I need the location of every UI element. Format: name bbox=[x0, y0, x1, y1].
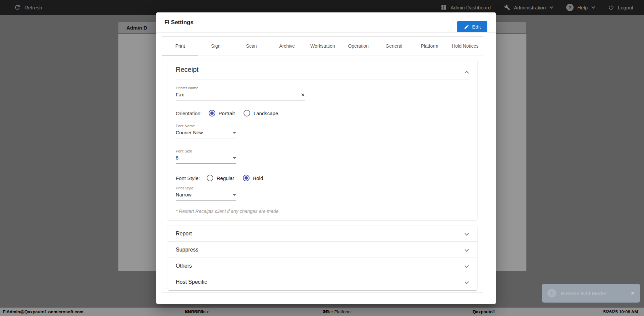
tab-general[interactable]: General bbox=[376, 37, 412, 55]
chevron-down-icon bbox=[465, 280, 469, 284]
tab-label: Operation bbox=[348, 43, 368, 49]
tab-platform[interactable]: Platform bbox=[412, 37, 447, 55]
receipt-panel-header[interactable]: Receipt bbox=[168, 60, 477, 80]
tab-label: Hold Notices bbox=[452, 43, 478, 49]
dropdown-caret-icon bbox=[233, 157, 236, 159]
dialog-header: FI Settings Edit bbox=[156, 12, 496, 33]
tab-label: Workstation bbox=[310, 43, 335, 49]
chevron-down-icon bbox=[465, 247, 469, 252]
tab-label: Scan bbox=[246, 43, 257, 49]
printer-name-value: Fax bbox=[176, 92, 184, 97]
tab-scan[interactable]: Scan bbox=[233, 37, 269, 55]
tab-label: Archive bbox=[279, 43, 295, 49]
tab-label: Print bbox=[175, 43, 185, 49]
portrait-label: Portrait bbox=[219, 110, 235, 116]
printer-name-input[interactable]: Fax ✕ bbox=[176, 92, 305, 100]
font-size-value: 8 bbox=[176, 155, 178, 161]
orientation-landscape-option[interactable]: Landscape bbox=[244, 110, 278, 117]
host-specific-panel-header[interactable]: Host Specific bbox=[168, 274, 477, 290]
receipt-panel-title: Receipt bbox=[176, 66, 199, 74]
edit-button[interactable]: Edit bbox=[457, 21, 487, 32]
others-panel-header[interactable]: Others bbox=[168, 258, 477, 274]
receipt-panel: Receipt Printer Name Fax ✕ Orientation: bbox=[168, 60, 477, 220]
bold-label: Bold bbox=[253, 175, 263, 181]
screen: Refresh Admin Dashboard Administration ?… bbox=[0, 0, 644, 316]
tab-label: Sign bbox=[211, 43, 220, 49]
tab-label: Platform bbox=[421, 43, 438, 49]
font-name-field: Font Name Courier New bbox=[176, 124, 236, 138]
font-style-regular-option[interactable]: Regular bbox=[207, 175, 234, 181]
receipt-panel-body: Printer Name Fax ✕ Orientation: Portrait bbox=[168, 80, 477, 220]
tab-archive[interactable]: Archive bbox=[269, 37, 305, 55]
chevron-up-icon bbox=[465, 71, 469, 75]
radio-selected-icon bbox=[243, 175, 250, 181]
toast-notification: i Entered Edit Mode! ✕ bbox=[542, 284, 640, 303]
font-name-select[interactable]: Courier New bbox=[176, 130, 236, 138]
print-style-field: Print Style Narrow bbox=[176, 186, 236, 200]
chevron-down-icon bbox=[465, 264, 469, 268]
edit-button-label: Edit bbox=[472, 24, 481, 30]
dropdown-caret-icon bbox=[233, 132, 236, 134]
fi-settings-dialog: FI Settings Edit Print Sign Scan Archive… bbox=[156, 12, 496, 304]
tab-workstation[interactable]: Workstation bbox=[305, 37, 340, 55]
suppress-panel-title: Suppress bbox=[176, 247, 199, 253]
restart-note: * Restart Receipts client if any changes… bbox=[176, 209, 469, 214]
font-name-value: Courier New bbox=[176, 130, 203, 135]
font-size-label: Font Size bbox=[176, 149, 236, 153]
pencil-icon bbox=[464, 24, 469, 30]
host-specific-panel-title: Host Specific bbox=[176, 279, 207, 285]
print-style-select[interactable]: Narrow bbox=[176, 192, 236, 200]
others-panel-title: Others bbox=[176, 263, 192, 269]
font-style-label: Font Style: bbox=[176, 175, 200, 181]
font-style-row: Font Style: Regular Bold bbox=[176, 175, 469, 181]
orientation-label: Orientation: bbox=[176, 110, 202, 116]
print-style-value: Narrow bbox=[176, 192, 192, 197]
radio-unselected-icon bbox=[207, 175, 213, 181]
info-icon: i bbox=[547, 289, 556, 298]
radio-selected-icon bbox=[209, 110, 215, 117]
orientation-row: Orientation: Portrait Landscape bbox=[176, 110, 469, 117]
suppress-panel-header[interactable]: Suppress bbox=[168, 242, 477, 258]
active-tab-ink-bar bbox=[162, 55, 198, 55]
font-style-bold-option[interactable]: Bold bbox=[243, 175, 263, 181]
font-size-select[interactable]: 8 bbox=[176, 155, 236, 164]
tab-print[interactable]: Print bbox=[162, 37, 198, 55]
regular-label: Regular bbox=[217, 175, 234, 181]
toast-message: Entered Edit Mode! bbox=[561, 290, 607, 296]
font-name-label: Font Name bbox=[176, 124, 236, 128]
printer-name-field: Printer Name Fax ✕ bbox=[176, 86, 305, 100]
dropdown-caret-icon bbox=[233, 194, 236, 196]
tab-label: General bbox=[386, 43, 402, 49]
landscape-label: Landscape bbox=[254, 110, 278, 116]
chevron-down-icon bbox=[465, 231, 469, 236]
dialog-title: FI Settings bbox=[164, 19, 194, 26]
tab-hold-notices[interactable]: Hold Notices bbox=[447, 37, 483, 55]
toast-close-icon[interactable]: ✕ bbox=[631, 290, 635, 296]
tab-sign[interactable]: Sign bbox=[198, 37, 233, 55]
font-size-field: Font Size 8 bbox=[176, 149, 236, 164]
clear-icon[interactable]: ✕ bbox=[301, 92, 305, 97]
orientation-portrait-option[interactable]: Portrait bbox=[209, 110, 235, 117]
settings-tabs-card: Print Sign Scan Archive Workstation Oper… bbox=[162, 36, 483, 293]
print-style-label: Print Style bbox=[176, 186, 236, 190]
radio-unselected-icon bbox=[244, 110, 250, 117]
tab-bar: Print Sign Scan Archive Workstation Oper… bbox=[162, 37, 483, 55]
report-panel-title: Report bbox=[176, 231, 192, 237]
collapsed-panels-group: Report Suppress Others Host Specific bbox=[168, 226, 477, 290]
printer-name-label: Printer Name bbox=[176, 86, 305, 90]
report-panel-header[interactable]: Report bbox=[168, 226, 477, 242]
tab-operation[interactable]: Operation bbox=[340, 37, 376, 55]
